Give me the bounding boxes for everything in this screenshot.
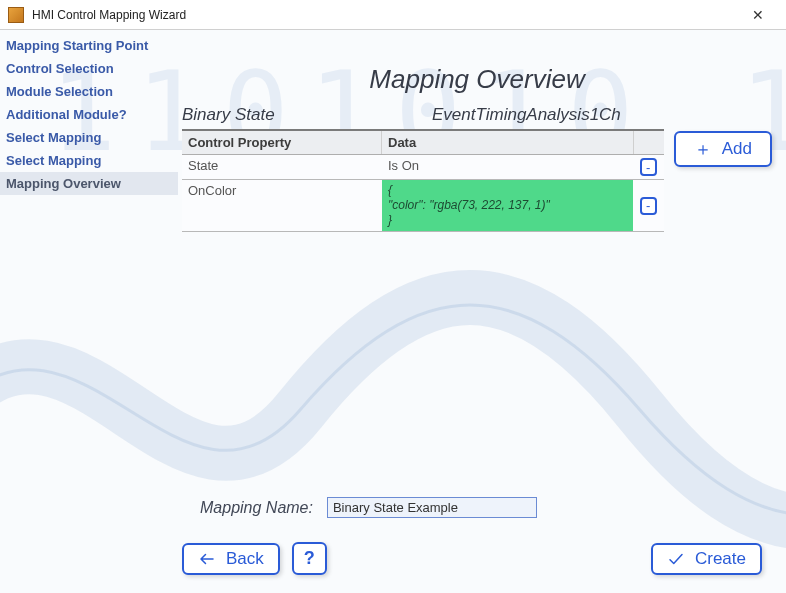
table-row: OnColor{ "color": "rgba(73, 222, 137, 1)… (182, 180, 664, 232)
mapping-table: Control Property Data StateIs On-OnColor… (182, 129, 664, 232)
wizard-step[interactable]: Mapping Starting Point (0, 34, 178, 57)
wizard-step[interactable]: Select Mapping (0, 149, 178, 172)
main-panel: Mapping Overview Binary State EventTimin… (178, 30, 786, 593)
plus-icon: ＋ (694, 140, 712, 158)
th-data: Data (382, 131, 634, 154)
mapping-name-label: Mapping Name: (200, 499, 313, 517)
arrow-left-icon (198, 550, 216, 568)
color-value-box: { "color": "rgba(73, 222, 137, 1)" } (382, 180, 633, 231)
remove-row-button[interactable]: - (640, 197, 657, 215)
page-title: Mapping Overview (182, 64, 772, 95)
cell-action: - (634, 155, 664, 179)
cell-property: State (182, 155, 382, 179)
table-header-row: Control Property Data (182, 131, 664, 155)
close-button[interactable]: ✕ (738, 7, 778, 23)
wizard-step[interactable]: Select Mapping (0, 126, 178, 149)
module-name-label: EventTimingAnalysis1Ch (382, 105, 664, 125)
wizard-step[interactable]: Mapping Overview (0, 172, 178, 195)
back-button[interactable]: Back (182, 543, 280, 575)
cell-property: OnColor (182, 180, 382, 231)
title-bar: HMI Control Mapping Wizard ✕ (0, 0, 786, 30)
add-button-label: Add (722, 139, 752, 159)
mapping-name-input[interactable] (327, 497, 537, 518)
control-name-label: Binary State (182, 105, 382, 125)
footer-buttons: Back ? Create (182, 528, 772, 593)
wizard-steps-sidebar: Mapping Starting PointControl SelectionM… (0, 30, 178, 593)
wizard-step[interactable]: Control Selection (0, 57, 178, 80)
wizard-step[interactable]: Module Selection (0, 80, 178, 103)
th-actions (634, 131, 664, 154)
help-button[interactable]: ? (292, 542, 327, 575)
create-button[interactable]: Create (651, 543, 762, 575)
help-icon: ? (304, 548, 315, 569)
back-button-label: Back (226, 549, 264, 569)
checkmark-icon (667, 550, 685, 568)
cell-data: Is On (382, 155, 634, 179)
window-title: HMI Control Mapping Wizard (32, 8, 738, 22)
add-button[interactable]: ＋ Add (674, 131, 772, 167)
app-icon (8, 7, 24, 23)
wizard-step[interactable]: Additional Module? (0, 103, 178, 126)
table-row: StateIs On- (182, 155, 664, 180)
cell-data: { "color": "rgba(73, 222, 137, 1)" } (382, 180, 634, 231)
th-control-property: Control Property (182, 131, 382, 154)
cell-action: - (634, 180, 664, 231)
remove-row-button[interactable]: - (640, 158, 657, 176)
create-button-label: Create (695, 549, 746, 569)
